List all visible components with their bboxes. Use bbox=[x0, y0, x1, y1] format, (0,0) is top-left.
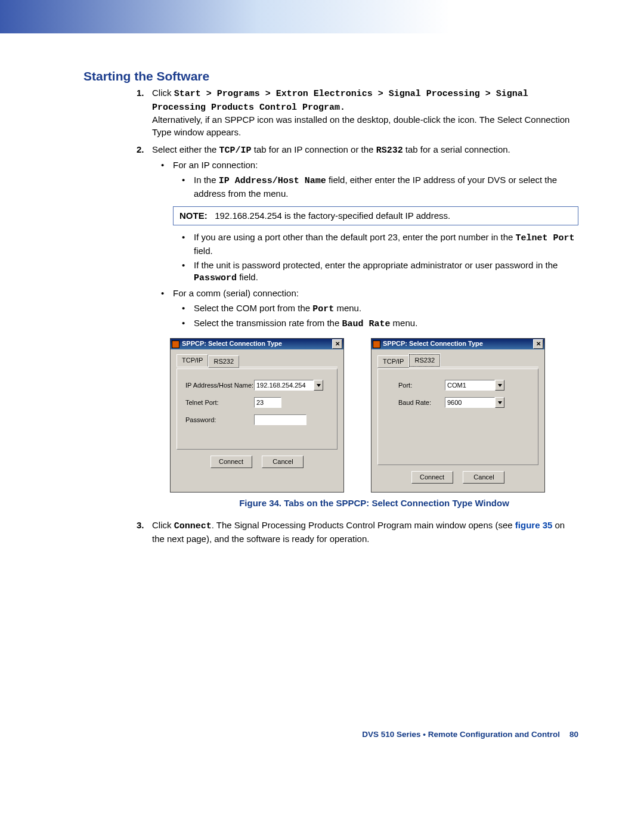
cancel-button[interactable]: Cancel bbox=[463, 471, 504, 484]
dropdown-icon[interactable] bbox=[314, 380, 323, 391]
dialog-title: SPPCP: Select Connection Type bbox=[182, 339, 282, 348]
figure-caption: Figure 34. Tabs on the SPPCP: Select Con… bbox=[170, 497, 578, 510]
serial-connection-heading: For a comm (serial) connection: bbox=[173, 287, 578, 300]
connect-button[interactable]: Connect bbox=[210, 456, 252, 468]
figure-link[interactable]: figure 35 bbox=[515, 520, 553, 530]
app-icon bbox=[373, 340, 380, 348]
page-top-bar bbox=[0, 0, 644, 33]
com-port-instruction: Select the COM port from the Port menu. bbox=[194, 302, 578, 316]
baud-label: Baud Rate: bbox=[398, 398, 445, 407]
app-icon bbox=[172, 340, 179, 348]
password-label: Password: bbox=[185, 416, 254, 425]
port-label: Port: bbox=[398, 381, 445, 390]
page-footer: DVS 510 Series • Remote Configuration an… bbox=[83, 730, 578, 739]
dropdown-icon[interactable] bbox=[495, 380, 504, 391]
tab-rs232[interactable]: RS232 bbox=[409, 354, 440, 367]
password-instruction: If the unit is password protected, enter… bbox=[194, 259, 578, 285]
ip-connection-heading: For an IP connection: bbox=[173, 159, 578, 172]
tab-tcpip[interactable]: TCP/IP bbox=[377, 355, 409, 368]
telnet-port-field[interactable]: 23 bbox=[254, 397, 281, 408]
dialog-tcpip: SPPCP: Select Connection Type ✕ TCP/IP R… bbox=[170, 338, 344, 493]
password-field[interactable] bbox=[254, 414, 306, 425]
note-box: NOTE: 192.168.254.254 is the factory-spe… bbox=[173, 206, 578, 226]
dropdown-icon[interactable] bbox=[495, 397, 504, 408]
telnet-port-instruction: If you are using a port other than the d… bbox=[194, 231, 578, 257]
cancel-button[interactable]: Cancel bbox=[262, 456, 304, 468]
svg-marker-2 bbox=[498, 401, 502, 404]
step-3: Click Connect. The Signal Processing Pro… bbox=[152, 519, 578, 545]
connect-button[interactable]: Connect bbox=[411, 471, 453, 484]
ip-address-field[interactable]: 192.168.254.254 bbox=[254, 380, 314, 391]
menu-path: Start > Programs > Extron Electronics > … bbox=[152, 89, 528, 113]
tab-tcpip[interactable]: TCP/IP bbox=[177, 354, 208, 367]
baud-rate-field[interactable]: 9600 bbox=[445, 397, 495, 408]
tab-rs232[interactable]: RS232 bbox=[208, 355, 239, 368]
svg-marker-1 bbox=[498, 384, 502, 387]
svg-marker-0 bbox=[317, 384, 321, 387]
close-icon[interactable]: ✕ bbox=[533, 339, 543, 349]
step-2: Select either the TCP/IP tab for an IP c… bbox=[152, 144, 578, 510]
ip-address-instruction: In the IP Address/Host Name field, eithe… bbox=[194, 174, 578, 200]
dialog-title: SPPCP: Select Connection Type bbox=[383, 339, 483, 348]
baud-rate-instruction: Select the transmission rate from the Ba… bbox=[194, 317, 578, 331]
telnet-label: Telnet Port: bbox=[185, 398, 254, 407]
ip-label: IP Address/Host Name: bbox=[185, 381, 254, 390]
close-icon[interactable]: ✕ bbox=[332, 339, 342, 349]
step-1: Click Start > Programs > Extron Electron… bbox=[152, 87, 578, 139]
dialog-rs232: SPPCP: Select Connection Type ✕ TCP/IP R… bbox=[371, 338, 545, 493]
section-heading: Starting the Software bbox=[83, 69, 578, 83]
port-field[interactable]: COM1 bbox=[445, 380, 495, 391]
